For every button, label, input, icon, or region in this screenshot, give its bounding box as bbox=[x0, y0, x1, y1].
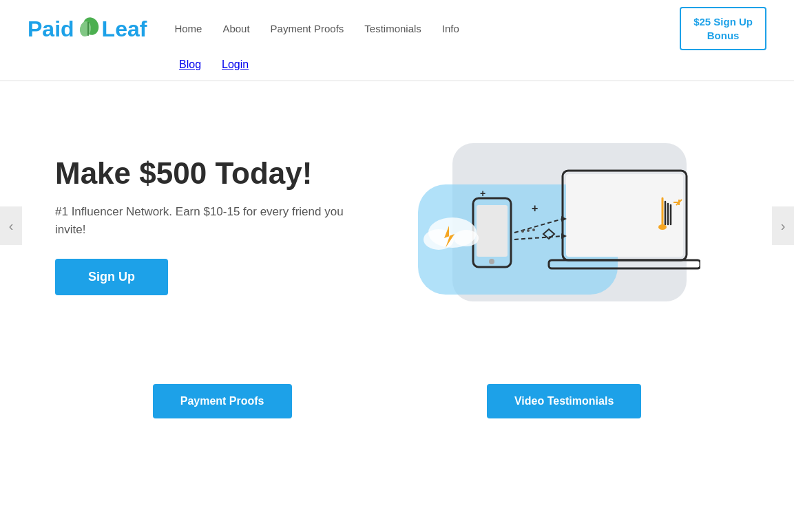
hero-signup-button[interactable]: Sign Up bbox=[55, 259, 168, 295]
svg-point-12 bbox=[658, 224, 667, 230]
network-illustration: + + bbox=[411, 129, 700, 322]
logo[interactable]: Paid Leaf bbox=[28, 17, 147, 41]
logo-leaf-icon bbox=[76, 17, 101, 41]
nav-login[interactable]: Login bbox=[222, 58, 249, 71]
logo-text-leaf: Leaf bbox=[102, 18, 147, 40]
nav-testimonials[interactable]: Testimonials bbox=[364, 23, 421, 34]
payment-proofs-button[interactable]: Payment Proofs bbox=[153, 384, 292, 418]
site-header: Paid Leaf Home About Payment Proofs Test… bbox=[0, 0, 794, 81]
svg-rect-17 bbox=[477, 205, 508, 257]
svg-point-30 bbox=[521, 230, 524, 233]
video-testimonials-button[interactable]: Video Testimonials bbox=[487, 384, 641, 418]
nav-payment-proofs[interactable]: Payment Proofs bbox=[271, 23, 344, 34]
nav-home[interactable]: Home bbox=[174, 23, 202, 34]
svg-point-21 bbox=[454, 230, 479, 246]
svg-point-18 bbox=[489, 259, 494, 264]
nav-blog[interactable]: Blog bbox=[179, 58, 201, 71]
carousel-wrapper: ‹ Make $500 Today! #1 Influencer Network… bbox=[0, 81, 794, 370]
signup-bonus-button[interactable]: $25 Sign UpBonus bbox=[680, 7, 766, 50]
logo-text-paid: Paid bbox=[28, 18, 74, 40]
svg-point-32 bbox=[532, 228, 535, 231]
right-chevron-icon: › bbox=[781, 218, 786, 234]
nav-about[interactable]: About bbox=[222, 23, 249, 34]
bottom-buttons-row: Payment Proofs Video Testimonials bbox=[0, 384, 794, 418]
carousel-right-arrow[interactable]: › bbox=[772, 206, 794, 245]
carousel-left-arrow[interactable]: ‹ bbox=[0, 206, 22, 245]
main-nav: Home About Payment Proofs Testimonials I… bbox=[174, 23, 459, 34]
hero-title: Make $500 Today! bbox=[55, 156, 344, 191]
nav-info[interactable]: Info bbox=[442, 23, 459, 34]
hero-text-area: Make $500 Today! #1 Influencer Network. … bbox=[55, 156, 344, 296]
svg-text:+: + bbox=[480, 188, 485, 199]
left-chevron-icon: ‹ bbox=[9, 218, 14, 234]
hero-illustration: + + bbox=[372, 129, 739, 322]
svg-text:+: + bbox=[532, 202, 538, 214]
svg-point-31 bbox=[527, 229, 530, 232]
hero-subtitle: #1 Influencer Network. Earn $10-15 for e… bbox=[55, 203, 344, 238]
sub-nav: Blog Login bbox=[179, 50, 766, 74]
hero-section: Make $500 Today! #1 Influencer Network. … bbox=[0, 81, 794, 370]
